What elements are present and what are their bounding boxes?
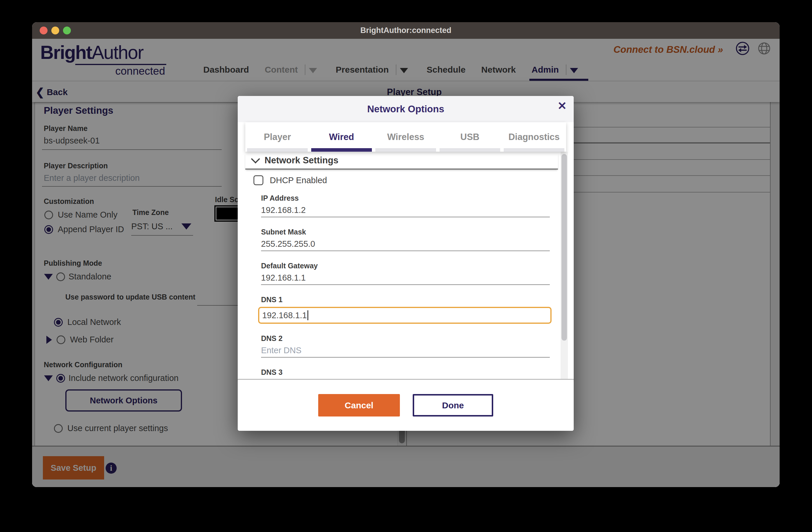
modal-title: Network Options: [238, 96, 574, 122]
network-settings-fields: DHCP Enabled IP Address 192.168.1.2 Subn…: [238, 170, 574, 379]
done-button[interactable]: Done: [413, 394, 493, 417]
tab-usb[interactable]: USB: [438, 122, 502, 152]
chevron-down-icon: [251, 154, 260, 163]
tab-wired[interactable]: Wired: [309, 122, 374, 152]
active-tab-underline: [311, 148, 372, 152]
app-window: BrightAuthor:connected BrightAuthor conn…: [32, 22, 780, 487]
dhcp-enabled-row[interactable]: DHCP Enabled: [253, 175, 550, 185]
window-title: BrightAuthor:connected: [32, 22, 780, 39]
network-options-modal: Network Options ✕ Player Wired Wireless …: [238, 96, 574, 431]
modal-scrollbar-thumb[interactable]: [562, 154, 567, 341]
default-gateway-label: Default Gateway: [261, 262, 550, 270]
modal-footer: Cancel Done: [238, 380, 574, 431]
ip-address-input[interactable]: 192.168.1.2: [261, 205, 550, 217]
checkbox-icon[interactable]: [253, 175, 263, 185]
text-cursor: [307, 310, 308, 320]
tab-underline: [375, 148, 436, 152]
default-gateway-input[interactable]: 192.168.1.1: [261, 273, 550, 285]
modal-tabs: Player Wired Wireless USB Diagnostics: [245, 122, 566, 152]
tab-player[interactable]: Player: [245, 122, 309, 152]
macos-titlebar: BrightAuthor:connected: [32, 22, 780, 39]
dns1-label: DNS 1: [261, 296, 550, 304]
dns2-label: DNS 2: [261, 334, 550, 343]
modal-body: Network Settings DHCP Enabled IP Address…: [238, 152, 574, 379]
subnet-mask-input[interactable]: 255.255.255.0: [261, 239, 550, 251]
cancel-button[interactable]: Cancel: [318, 394, 400, 417]
tab-diagnostics[interactable]: Diagnostics: [502, 122, 566, 152]
close-icon[interactable]: ✕: [557, 99, 567, 112]
network-settings-section-header[interactable]: Network Settings: [245, 154, 558, 170]
modal-header: Network Options ✕: [238, 96, 574, 122]
subnet-mask-label: Subnet Mask: [261, 228, 550, 236]
tab-underline: [247, 148, 308, 152]
ip-address-label: IP Address: [261, 194, 550, 202]
modal-scrollbar[interactable]: [561, 152, 568, 379]
dns1-input-focused[interactable]: 192.168.1.1: [258, 307, 552, 324]
dns3-label: DNS 3: [261, 368, 550, 376]
dns2-input[interactable]: Enter DNS: [261, 346, 550, 358]
tab-wireless[interactable]: Wireless: [374, 122, 438, 152]
tab-underline: [504, 148, 564, 152]
tab-underline: [439, 148, 500, 152]
